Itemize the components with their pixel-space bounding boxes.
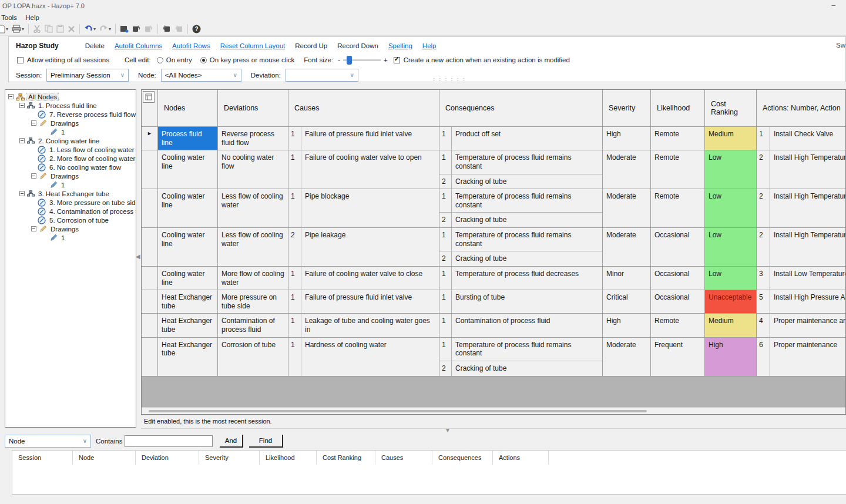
consequence-text[interactable]: Temperature of process fluid decreases (452, 267, 602, 290)
tree-item-node[interactable]: 3. Heat Exchanger tube (5, 189, 136, 198)
row-selector-cell[interactable] (142, 338, 158, 376)
deviation-cell[interactable]: More flow of cooling water (218, 267, 288, 290)
tree-item-drawings[interactable]: Drawings (5, 224, 136, 233)
results-header-node[interactable]: Node (73, 451, 136, 465)
cause-text[interactable]: Failure of cooling water valve to open (301, 150, 439, 189)
consequence-text[interactable]: Cracking of tube (452, 174, 602, 189)
results-header-causes[interactable]: Causes (375, 451, 432, 465)
table-row[interactable]: Cooling water line More flow of cooling … (142, 267, 845, 290)
expander-icon[interactable] (19, 191, 25, 196)
row-selector-cell[interactable] (142, 314, 158, 337)
deviation-cell[interactable]: Contamination of process fluid (218, 314, 288, 337)
consequence-text[interactable]: Temperature of process fluid remains con… (452, 228, 602, 251)
record-last-button[interactable] (173, 23, 184, 35)
causes-cell[interactable]: 2 Pipe leakage (288, 228, 439, 266)
font-size-plus[interactable]: + (384, 56, 388, 63)
redo-button[interactable]: ▾ (98, 23, 112, 35)
expander-icon[interactable] (31, 173, 36, 179)
action-text[interactable]: Install Check Valve (770, 127, 846, 150)
record-up-command[interactable]: Record Up (295, 42, 327, 49)
consequence-text[interactable]: Bursting of tube (452, 290, 602, 313)
tree-item-deviation[interactable]: 2. More flow of cooling water (5, 154, 136, 163)
tree-item-drawing[interactable]: 1 (5, 127, 136, 136)
node-cell[interactable]: Cooling water line (158, 267, 218, 290)
likelihood-cell[interactable]: Remote (651, 189, 705, 227)
collapse-left-icon[interactable]: ◀ (136, 253, 140, 260)
tree-item-node[interactable]: 2. Cooling water line (5, 136, 136, 145)
consequence-text[interactable]: Cracking of tube (452, 361, 602, 376)
action-text[interactable]: Proper maintenance (770, 338, 846, 376)
cost-ranking-cell[interactable]: Low (705, 150, 757, 189)
find-input[interactable] (125, 435, 213, 447)
results-header-deviation[interactable]: Deviation (136, 451, 199, 465)
on-keypress-radio[interactable] (200, 57, 207, 63)
likelihood-cell[interactable]: Occasional (651, 267, 705, 290)
action-text[interactable]: Proper maintenance an (770, 314, 846, 337)
causes-cell[interactable]: 1 Failure of cooling water valve to clos… (288, 267, 439, 290)
tree-item-deviation[interactable]: 6. No cooling water flow (5, 163, 136, 172)
row-selector-cell[interactable] (142, 290, 158, 313)
cut-button[interactable] (32, 23, 42, 35)
deviation-dropdown[interactable]: ∨ (286, 69, 358, 82)
copy-button[interactable] (43, 23, 54, 35)
table-row[interactable]: Cooling water line No cooling water flow… (142, 150, 845, 189)
row-selector-cell[interactable] (142, 228, 158, 266)
cause-text[interactable]: Hardness of cooling water (301, 338, 439, 376)
row-selector-cell[interactable] (142, 267, 158, 290)
header-likelihood[interactable]: Likelihood (651, 90, 705, 126)
cause-text[interactable]: Pipe blockage (301, 189, 439, 227)
results-header-consequences[interactable]: Consequences (432, 451, 493, 465)
reset-column-layout-link[interactable]: Reset Column Layout (220, 42, 286, 49)
row-selector-cell[interactable] (142, 189, 158, 227)
table-row[interactable]: ► Process fluid line Reverse process flu… (142, 127, 845, 150)
action-text[interactable]: Install High Temperature (770, 150, 846, 189)
action-text[interactable]: Install High Pressure Al (770, 290, 846, 313)
header-actions[interactable]: Actions: Number, Action (757, 90, 846, 126)
print-button[interactable]: ▾ (11, 23, 25, 35)
action-text[interactable]: Install High Temperature (770, 228, 846, 266)
severity-cell[interactable]: High (603, 314, 651, 337)
results-header-severity[interactable]: Severity (199, 451, 260, 465)
tree-item-node[interactable]: 1. Process fluid line (5, 101, 136, 110)
slider-thumb[interactable] (347, 56, 352, 65)
tree-item-drawings[interactable]: Drawings (5, 119, 136, 127)
node-cell[interactable]: Cooling water line (158, 189, 218, 227)
header-causes[interactable]: Causes (288, 90, 439, 126)
causes-cell[interactable]: 1 Failure of cooling water valve to open (288, 150, 439, 189)
consequence-text[interactable]: Product off set (452, 127, 602, 150)
cost-ranking-cell[interactable]: Low (705, 228, 757, 266)
horizontal-scrollbar[interactable] (142, 407, 845, 414)
consequence-text[interactable]: Temperature of process fluid remains con… (452, 150, 602, 173)
consequence-text[interactable]: Cracking of tube (452, 251, 602, 266)
header-deviations[interactable]: Deviations (218, 90, 288, 126)
tree-item-drawings[interactable]: Drawings (5, 172, 136, 180)
help-button[interactable]: ? (191, 23, 202, 35)
causes-cell[interactable]: 1 Leakage of tube and cooling water goes… (288, 314, 439, 337)
likelihood-cell[interactable]: Remote (651, 150, 705, 189)
cost-ranking-cell[interactable]: Low (705, 189, 757, 227)
node-cell[interactable]: Heat Exchanger tube (158, 314, 218, 337)
consequences-cell[interactable]: 1Temperature of process fluid remains co… (439, 228, 603, 266)
font-size-slider[interactable] (343, 59, 381, 61)
font-size-minus[interactable]: - (338, 56, 340, 63)
session-dropdown[interactable]: Preliminary Session ∨ (46, 69, 129, 82)
causes-cell[interactable]: 1 Hardness of cooling water (288, 338, 439, 376)
deviation-cell[interactable]: Reverse process fluid flow (218, 127, 288, 150)
cause-text[interactable]: Leakage of tube and cooling water goes i… (301, 314, 439, 337)
table-row[interactable]: Heat Exchanger tube Contamination of pro… (142, 314, 845, 337)
node-cell[interactable]: Heat Exchanger tube (158, 338, 218, 376)
allow-editing-checkbox[interactable] (17, 57, 24, 63)
consequence-text[interactable]: Temperature of process fluid remains con… (452, 189, 602, 212)
deviation-cell[interactable]: No cooling water flow (218, 150, 288, 189)
tree-item-all-nodes[interactable]: All Nodes (5, 92, 136, 101)
help-link[interactable]: Help (422, 42, 437, 49)
spelling-link[interactable]: Spelling (388, 42, 412, 49)
cause-text[interactable]: Pipe leakage (301, 228, 439, 266)
cause-text[interactable]: Failure of pressure fluid inlet valve (301, 127, 439, 150)
header-nodes[interactable]: Nodes (158, 90, 218, 126)
consequence-text[interactable]: Contamination of process fluid (452, 314, 602, 337)
likelihood-cell[interactable]: Frequent (651, 338, 705, 376)
table-row[interactable]: Cooling water line Less flow of cooling … (142, 189, 845, 228)
action-text[interactable]: Install High Temperature (770, 189, 846, 227)
consequences-cell[interactable]: 1Temperature of process fluid decreases (439, 267, 603, 290)
